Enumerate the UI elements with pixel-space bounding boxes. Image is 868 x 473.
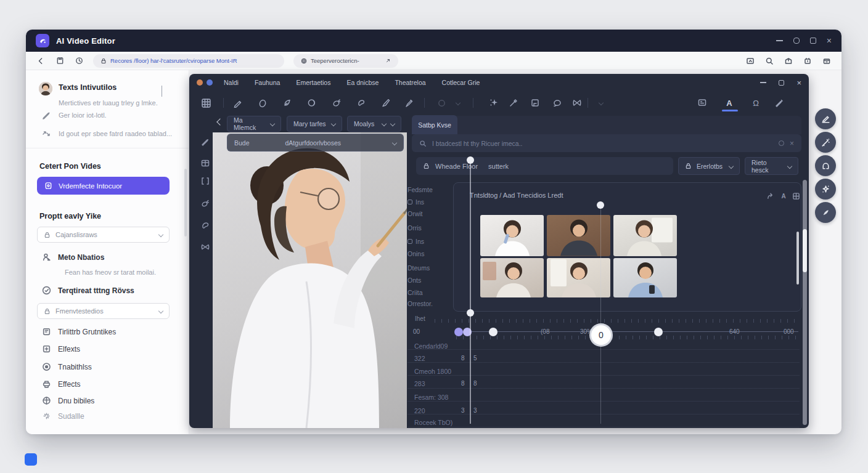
playhead-line-1[interactable] bbox=[470, 164, 471, 424]
keyframe-dot-white-1[interactable] bbox=[489, 328, 497, 336]
arch-fab-button[interactable] bbox=[815, 155, 836, 176]
sidebar-item-guides[interactable]: Tirlittrb Grutntikes bbox=[42, 327, 116, 336]
clip-thumbnail-6[interactable] bbox=[613, 258, 677, 297]
side-label[interactable]: Onins bbox=[407, 250, 454, 257]
menu-item[interactable]: Naldi bbox=[224, 79, 239, 86]
training-row[interactable]: Terqtireat tttng Rövss bbox=[42, 286, 134, 295]
track-label[interactable]: 322 bbox=[414, 355, 425, 362]
search-icon[interactable] bbox=[764, 56, 774, 66]
downloads-icon[interactable] bbox=[784, 56, 793, 66]
member-row[interactable]: Meto Nbatios bbox=[42, 253, 104, 262]
sidebar-item-subtitle[interactable]: Sudallle bbox=[42, 411, 84, 421]
lasso-tool-icon[interactable] bbox=[551, 97, 563, 109]
extensions-icon[interactable] bbox=[803, 56, 813, 66]
pen2-tool-icon[interactable] bbox=[281, 97, 293, 109]
editor-scrollbar-track[interactable] bbox=[803, 180, 807, 425]
edit-fab-button[interactable] bbox=[815, 108, 836, 129]
format-select[interactable]: Fmenvtestedios bbox=[37, 303, 170, 319]
track-label[interactable]: Fesam: 308 bbox=[414, 394, 448, 401]
pen-nib-tool-icon[interactable] bbox=[330, 97, 343, 109]
taskbar-blue-tile[interactable] bbox=[25, 453, 37, 466]
history-icon[interactable] bbox=[74, 56, 84, 66]
eyedropper-icon[interactable] bbox=[507, 97, 520, 109]
window-maximize-icon[interactable] bbox=[810, 38, 816, 44]
ellipse-tool-icon[interactable] bbox=[306, 97, 318, 109]
cut-tool-icon[interactable] bbox=[571, 97, 583, 109]
sidebar-item-effects2[interactable]: Effects bbox=[42, 379, 80, 389]
chevron-down-icon[interactable] bbox=[162, 86, 162, 97]
create-video-button[interactable]: Vrdemfecte Intocuor bbox=[37, 177, 170, 195]
sidebar-scrollbar[interactable] bbox=[184, 169, 187, 236]
dropdown-mary-tarfes[interactable]: Mary tarfes bbox=[287, 116, 342, 132]
tab-satbp-kvse[interactable]: Satbp Kvse bbox=[412, 115, 457, 134]
editor-scrollbar-thumb[interactable] bbox=[803, 229, 807, 272]
layout-grid-icon[interactable] bbox=[791, 191, 801, 201]
menu-item[interactable]: Theatreloa bbox=[395, 79, 425, 86]
monitor-icon[interactable] bbox=[696, 97, 708, 109]
menu-item[interactable]: Cotlecar Grie bbox=[442, 79, 480, 86]
keyframe-dot-white-2[interactable] bbox=[654, 328, 663, 336]
clip-thumbnail-1[interactable] bbox=[480, 215, 544, 256]
share-icon[interactable] bbox=[765, 191, 775, 201]
editor-minimize-icon[interactable] bbox=[760, 82, 766, 83]
strip-table-icon[interactable] bbox=[200, 158, 211, 169]
camera-select[interactable]: Cajanslisraws bbox=[37, 227, 170, 243]
quick-link-1[interactable]: Ger loior iot-lotl. bbox=[59, 111, 107, 119]
pen3-tool-icon[interactable] bbox=[773, 97, 785, 109]
editor-close-icon[interactable]: × bbox=[796, 78, 801, 87]
editor-search-input[interactable]: I btadcestl ht thy Ricuer imeca.. × bbox=[412, 134, 801, 152]
track-label[interactable]: Roceek TbO) bbox=[414, 419, 452, 426]
playhead-handle[interactable]: 0 bbox=[591, 325, 611, 345]
dim-chevron-icon[interactable] bbox=[452, 97, 464, 109]
side-label[interactable]: Onts bbox=[407, 277, 454, 284]
magic-wand-fab-button[interactable] bbox=[815, 132, 836, 153]
strip-pen-nib-icon[interactable] bbox=[200, 198, 211, 209]
side-label[interactable]: Fedsmte bbox=[407, 186, 454, 193]
playhead-dot-bottom[interactable] bbox=[467, 309, 474, 317]
menu-item[interactable]: Emertaetios bbox=[296, 79, 330, 86]
strip-pen-icon[interactable] bbox=[200, 136, 211, 147]
track-label[interactable]: 220 bbox=[414, 407, 425, 414]
bookmark-icon[interactable] bbox=[55, 56, 65, 66]
clear-search-icon[interactable]: × bbox=[790, 139, 794, 148]
quick-link-2[interactable]: Id gout epr sbee fatrd raadeo tablad... bbox=[59, 130, 172, 137]
dropdown-ma-mlemck[interactable]: Ma Mlemck bbox=[227, 116, 281, 132]
omega-tool-icon[interactable]: Ω bbox=[750, 97, 762, 109]
side-label[interactable]: Orris bbox=[407, 224, 454, 232]
track-label[interactable]: Cmeoh 1800 bbox=[414, 368, 451, 375]
side-label[interactable]: Criita bbox=[407, 289, 454, 296]
sidebar-item-effects1[interactable]: Elfexts bbox=[42, 344, 80, 354]
editor-maximize-icon[interactable] bbox=[779, 80, 784, 86]
window-restore-icon[interactable] bbox=[793, 38, 800, 44]
traffic-dot-blue[interactable] bbox=[207, 79, 213, 86]
clip-thumbnail-3[interactable] bbox=[613, 215, 677, 256]
side-label[interactable]: Ins bbox=[407, 238, 454, 245]
clip-thumbnail-4[interactable] bbox=[480, 258, 544, 297]
dim-chevron2-icon[interactable] bbox=[595, 97, 607, 109]
track-label[interactable]: 283 bbox=[414, 380, 425, 387]
archive-icon[interactable] bbox=[822, 56, 832, 66]
address-bar-primary[interactable]: Recores /floor) har-l'catsruter/cviropar… bbox=[93, 54, 284, 68]
side-label[interactable]: Ins bbox=[407, 198, 454, 206]
spark-fab-button[interactable] bbox=[815, 179, 836, 200]
playhead2-dot-top[interactable] bbox=[597, 201, 604, 209]
playhead-line-2[interactable] bbox=[600, 207, 601, 424]
frame-tool-icon[interactable] bbox=[529, 97, 541, 109]
share-window-icon[interactable] bbox=[745, 56, 755, 66]
text-tool-icon[interactable]: A bbox=[723, 97, 735, 109]
track-label[interactable]: Cendarld09 bbox=[414, 342, 448, 350]
brush-tool-icon[interactable] bbox=[380, 97, 392, 109]
playhead-dot-top[interactable] bbox=[467, 156, 474, 164]
side-label[interactable]: Dteums bbox=[407, 264, 454, 272]
menu-item[interactable]: Fauhuna bbox=[255, 79, 280, 86]
text-size-icon[interactable]: A bbox=[779, 191, 788, 201]
strip-lasso-icon[interactable] bbox=[200, 220, 211, 231]
shape-tool-icon[interactable] bbox=[355, 97, 367, 109]
dropdown-moalys[interactable]: Moalys bbox=[347, 116, 401, 132]
dropdown-ererlotbs[interactable]: Ererlotbs bbox=[678, 157, 740, 175]
window-minimize-icon[interactable] bbox=[776, 40, 783, 41]
grid-tool-icon[interactable] bbox=[200, 97, 212, 109]
dim-tool-icon[interactable] bbox=[435, 97, 448, 109]
layer-dropdown[interactable]: Bude dAtgurfdoorlvboses bbox=[227, 134, 404, 152]
back-icon[interactable] bbox=[36, 56, 46, 66]
